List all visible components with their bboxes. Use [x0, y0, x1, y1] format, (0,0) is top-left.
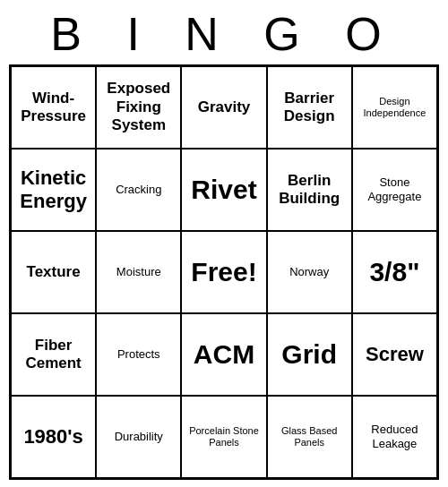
- bingo-cell-22: Porcelain Stone Panels: [181, 396, 266, 478]
- bingo-cell-11: Moisture: [96, 231, 181, 313]
- bingo-cell-16: Protects: [96, 313, 181, 396]
- bingo-cell-21: Durability: [96, 396, 181, 478]
- bingo-cell-13: Norway: [267, 231, 352, 313]
- bingo-cell-7: Rivet: [181, 149, 266, 231]
- bingo-cell-23: Glass Based Panels: [267, 396, 352, 478]
- bingo-cell-8: Berlin Building: [267, 149, 352, 231]
- bingo-cell-0: Wind- Pressure: [11, 66, 96, 149]
- bingo-grid: Wind- PressureExposed Fixing SystemGravi…: [9, 64, 439, 480]
- bingo-cell-15: Fiber Cement: [11, 313, 96, 396]
- bingo-cell-14: 3/8": [352, 231, 437, 313]
- bingo-cell-3: Barrier Design: [267, 66, 352, 149]
- bingo-cell-4: Design Independence: [352, 66, 437, 149]
- bingo-cell-2: Gravity: [181, 66, 266, 149]
- bingo-cell-10: Texture: [11, 231, 96, 313]
- bingo-cell-1: Exposed Fixing System: [96, 66, 181, 149]
- bingo-cell-12: Free!: [181, 231, 266, 313]
- bingo-cell-9: Stone Aggregate: [352, 149, 437, 231]
- bingo-cell-18: Grid: [267, 313, 352, 396]
- bingo-cell-24: Reduced Leakage: [352, 396, 437, 478]
- bingo-cell-20: 1980's: [11, 396, 96, 478]
- bingo-cell-19: Screw: [352, 313, 437, 396]
- bingo-title: B I N G O: [50, 7, 397, 61]
- bingo-cell-5: Kinetic Energy: [11, 149, 96, 231]
- bingo-cell-6: Cracking: [96, 149, 181, 231]
- bingo-cell-17: ACM: [181, 313, 266, 396]
